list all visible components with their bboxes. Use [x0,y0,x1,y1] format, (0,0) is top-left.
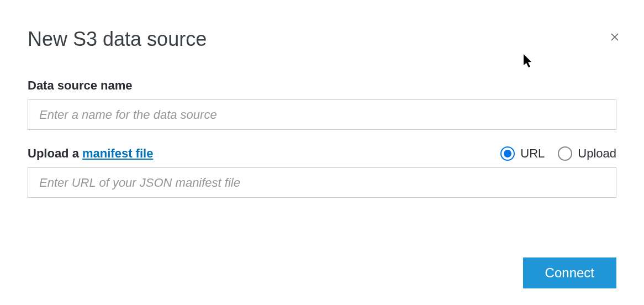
upload-manifest-label: Upload a manifest file [28,146,153,161]
radio-label-url: URL [520,146,545,161]
data-source-name-label: Data source name [28,78,616,93]
data-source-name-input[interactable] [28,99,616,130]
upload-label-prefix: Upload a [28,146,82,160]
radio-option-url[interactable]: URL [500,146,545,161]
manifest-url-input[interactable] [28,167,616,198]
radio-label-upload: Upload [578,146,616,161]
manifest-file-link[interactable]: manifest file [82,146,153,160]
close-button[interactable] [608,30,622,46]
close-icon [610,32,620,42]
radio-icon [558,146,572,161]
connect-button[interactable]: Connect [523,257,616,288]
cursor-icon [524,54,535,69]
radio-option-upload[interactable]: Upload [558,146,616,161]
manifest-source-radio-group: URL Upload [500,146,616,161]
radio-icon [500,146,515,161]
dialog-title: New S3 data source [28,28,207,51]
